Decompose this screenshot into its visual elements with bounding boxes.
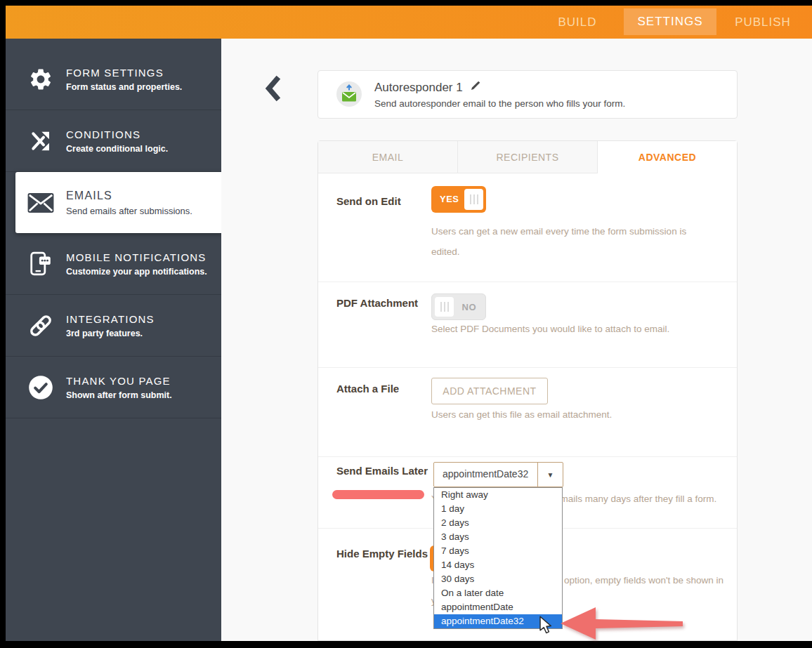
sidebar-item-desc: Send emails after submissions. bbox=[66, 206, 192, 216]
tab-advanced[interactable]: ADVANCED bbox=[598, 141, 737, 173]
dropdown-option-selected[interactable]: appointmentDate32 bbox=[434, 614, 562, 628]
pdf-attachment-label: PDF Attachment bbox=[336, 297, 418, 309]
sidebar-item-label: INTEGRATIONS bbox=[66, 313, 155, 325]
sidebar-item-conditions[interactable]: CONDITIONS Create conditional logic. bbox=[6, 110, 221, 172]
sidebar-item-label: CONDITIONS bbox=[66, 128, 168, 140]
sidebar-item-integrations[interactable]: INTEGRATIONS 3rd party features. bbox=[6, 295, 221, 357]
pdf-attachment-description: Select PDF Documents you would like to a… bbox=[431, 319, 669, 339]
edit-pencil-icon[interactable] bbox=[469, 80, 481, 95]
sidebar-item-label: MOBILE NOTIFICATIONS bbox=[66, 251, 207, 263]
add-attachment-button[interactable]: ADD ATTACHMENT bbox=[431, 378, 548, 404]
autoresponder-header-card: Autoresponder 1 Send autoresponder email… bbox=[317, 70, 738, 119]
sidebar-item-desc: Customize your app notifications. bbox=[66, 267, 207, 277]
top-navigation-bar: BUILD SETTINGS PUBLISH bbox=[6, 6, 812, 39]
check-circle-icon bbox=[25, 372, 56, 403]
envelope-icon bbox=[25, 187, 56, 218]
dropdown-option[interactable]: 7 days bbox=[434, 544, 562, 558]
dropdown-option[interactable]: 1 day bbox=[434, 502, 562, 516]
gear-icon bbox=[25, 64, 56, 95]
toggle-knob bbox=[435, 297, 454, 317]
dropdown-option[interactable]: appointmentDate bbox=[434, 600, 562, 614]
app-window: BUILD SETTINGS PUBLISH FORM SETTINGS For… bbox=[6, 6, 812, 641]
dropdown-option[interactable]: 2 days bbox=[434, 516, 562, 530]
row-divider bbox=[318, 367, 737, 368]
conditions-icon bbox=[25, 126, 56, 157]
sidebar-item-desc: 3rd party features. bbox=[66, 329, 155, 338]
send-emails-later-label: Send Emails Later bbox=[336, 465, 428, 477]
screenshot-root: BUILD SETTINGS PUBLISH FORM SETTINGS For… bbox=[0, 0, 812, 648]
autoresponder-icon bbox=[336, 81, 362, 107]
send-on-edit-label: Send on Edit bbox=[336, 195, 401, 207]
settings-sidebar: FORM SETTINGS Form status and properties… bbox=[6, 39, 221, 641]
sidebar-item-label: THANK YOU PAGE bbox=[66, 375, 172, 387]
send-on-edit-description: Users can get a new email every time the… bbox=[431, 221, 714, 262]
link-icon bbox=[25, 310, 56, 341]
dropdown-option[interactable]: On a later date bbox=[434, 586, 562, 600]
tab-build[interactable]: BUILD bbox=[531, 6, 624, 39]
back-button[interactable] bbox=[264, 75, 282, 102]
sidebar-item-thank-you-page[interactable]: THANK YOU PAGE Shown after form submit. bbox=[6, 357, 221, 418]
dropdown-option[interactable]: 14 days bbox=[434, 558, 562, 572]
row-divider bbox=[318, 456, 737, 457]
dropdown-option[interactable]: 3 days bbox=[434, 530, 562, 544]
tab-email[interactable]: EMAIL bbox=[318, 141, 458, 173]
mobile-notification-icon bbox=[25, 249, 56, 279]
annotation-underline bbox=[332, 490, 424, 499]
sidebar-item-desc: Create conditional logic. bbox=[66, 144, 168, 154]
hide-empty-fields-label: Hide Empty Fields bbox=[336, 548, 428, 560]
send-emails-later-select[interactable]: appointmentDate32 ▼ bbox=[433, 462, 563, 487]
pdf-attachment-toggle[interactable]: NO bbox=[431, 293, 486, 320]
sidebar-item-label: EMAILS bbox=[66, 190, 192, 202]
sidebar-item-emails[interactable]: EMAILS Send emails after submissions. bbox=[15, 172, 223, 233]
toggle-knob bbox=[464, 189, 483, 210]
tab-settings[interactable]: SETTINGS bbox=[624, 8, 716, 35]
select-selected-value: appointmentDate32 bbox=[434, 463, 537, 487]
toggle-state-label: YES bbox=[440, 194, 459, 204]
autoresponder-subtitle: Send autoresponder email to the person w… bbox=[374, 98, 625, 109]
advanced-settings-panel: EMAIL RECIPIENTS ADVANCED Send on Edit Y… bbox=[317, 140, 738, 641]
toggle-state-label: NO bbox=[462, 302, 477, 312]
dropdown-option[interactable]: 30 days bbox=[434, 572, 562, 586]
send-on-edit-toggle[interactable]: YES bbox=[431, 186, 486, 213]
tab-recipients[interactable]: RECIPIENTS bbox=[458, 141, 598, 173]
autoresponder-title: Autoresponder 1 bbox=[374, 81, 463, 95]
send-emails-later-dropdown-list: Right away 1 day 2 days 3 days 7 days 14… bbox=[433, 487, 563, 629]
sidebar-item-desc: Form status and properties. bbox=[66, 82, 182, 92]
sidebar-item-desc: Shown after form submit. bbox=[66, 390, 172, 400]
sidebar-item-label: FORM SETTINGS bbox=[66, 67, 182, 79]
sidebar-item-mobile-notifications[interactable]: MOBILE NOTIFICATIONS Customize your app … bbox=[6, 233, 221, 295]
settings-content: Autoresponder 1 Send autoresponder email… bbox=[221, 39, 812, 641]
tab-publish[interactable]: PUBLISH bbox=[716, 6, 809, 39]
sidebar-item-form-settings[interactable]: FORM SETTINGS Form status and properties… bbox=[6, 48, 221, 110]
dropdown-option[interactable]: Right away bbox=[434, 488, 562, 502]
chevron-down-icon[interactable]: ▼ bbox=[537, 463, 563, 487]
row-divider bbox=[318, 282, 737, 282]
attach-a-file-label: Attach a File bbox=[336, 383, 399, 395]
attach-a-file-description: Users can get this file as email attachm… bbox=[431, 404, 612, 425]
email-settings-tabs: EMAIL RECIPIENTS ADVANCED bbox=[318, 141, 737, 173]
